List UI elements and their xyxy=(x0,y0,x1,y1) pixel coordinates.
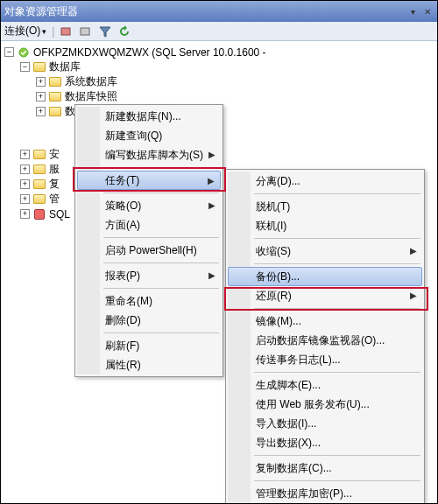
sysdb-label: 系统数据库 xyxy=(65,74,117,89)
expander-plus-icon[interactable]: + xyxy=(36,107,46,116)
toolbar-icon-2[interactable] xyxy=(79,24,93,38)
menu-separator xyxy=(103,332,219,333)
menu-import-data[interactable]: 导入数据(I)... xyxy=(228,414,422,433)
menu-properties[interactable]: 属性(R) xyxy=(77,355,221,374)
submenu-arrow-icon: ▶ xyxy=(208,270,215,280)
menu-separator xyxy=(254,263,420,264)
chevron-down-icon: ▾ xyxy=(42,27,46,36)
expander-plus-icon[interactable]: + xyxy=(20,194,30,204)
tree-server-node[interactable]: − OFKPZMKDXWQMZWX (SQL Server 10.0.1600 … xyxy=(4,45,437,60)
server-icon xyxy=(17,46,31,59)
folder-icon xyxy=(48,76,62,88)
svg-rect-1 xyxy=(81,28,89,35)
databases-label: 数据库 xyxy=(49,60,81,74)
svg-rect-0 xyxy=(61,28,70,35)
folder-icon xyxy=(32,178,46,191)
toolbar-separator: | xyxy=(52,25,54,38)
menu-separator xyxy=(103,167,219,168)
panel-title: 对象资源管理器 xyxy=(4,4,78,19)
menu-tasks[interactable]: 任务(T)▶ xyxy=(77,171,221,190)
menu-backup[interactable]: 备份(B)... xyxy=(228,267,422,286)
expander-plus-icon[interactable]: + xyxy=(36,92,46,102)
expander-plus-icon[interactable]: + xyxy=(20,179,30,189)
snapshot-label: 数据库快照 xyxy=(65,89,117,104)
sqlagent-label: SQL xyxy=(49,208,70,220)
server-label: OFKPZMKDXWQMZWX (SQL Server 10.0.1600 - xyxy=(33,46,266,59)
menu-new-query[interactable]: 新建查询(Q) xyxy=(77,126,221,145)
menu-mirror[interactable]: 镜像(M)... xyxy=(228,312,422,331)
menu-detach[interactable]: 分离(D)... xyxy=(228,172,422,191)
menu-new-database[interactable]: 新建数据库(N)... xyxy=(77,107,221,126)
menu-generate-scripts[interactable]: 生成脚本(E)... xyxy=(228,375,422,395)
connect-button[interactable]: 连接(O) ▾ xyxy=(4,24,46,38)
menu-copy-database[interactable]: 复制数据库(C)... xyxy=(228,458,422,478)
submenu-arrow-icon: ▶ xyxy=(208,150,215,159)
folder-icon xyxy=(32,149,46,161)
menu-separator xyxy=(254,372,420,373)
menu-web-publish[interactable]: 使用 Web 服务发布(U)... xyxy=(228,395,422,414)
menu-restore[interactable]: 还原(R)▶ xyxy=(228,286,422,305)
replication-label: 复 xyxy=(49,177,60,192)
expander-plus-icon[interactable]: + xyxy=(20,150,30,159)
context-menu-tasks: 分离(D)... 脱机(T) 联机(I) 收缩(S)▶ 备份(B)... 还原(… xyxy=(225,169,425,504)
menu-separator xyxy=(103,288,219,289)
expander-plus-icon[interactable]: + xyxy=(20,164,30,174)
sqlagent-icon xyxy=(32,208,46,220)
server-objects-label: 服 xyxy=(49,162,60,177)
menu-log-shipping[interactable]: 传送事务日志(L)... xyxy=(228,350,422,369)
refresh-icon[interactable] xyxy=(117,24,131,38)
security-label: 安 xyxy=(49,147,60,162)
folder-icon xyxy=(32,193,46,206)
menu-offline[interactable]: 脱机(T) xyxy=(228,197,422,216)
toolbar-icon-1[interactable] xyxy=(60,24,74,38)
menu-shrink[interactable]: 收缩(S)▶ xyxy=(228,242,422,261)
submenu-arrow-icon: ▶ xyxy=(410,246,417,256)
expander-plus-icon[interactable]: + xyxy=(20,209,30,219)
menu-separator xyxy=(103,237,219,238)
filter-icon[interactable] xyxy=(98,24,112,38)
submenu-arrow-icon: ▶ xyxy=(410,290,417,300)
menu-script-database[interactable]: 编写数据库脚本为(S)▶ xyxy=(77,145,221,164)
menu-separator xyxy=(254,480,420,481)
menu-separator xyxy=(103,262,219,263)
management-label: 管 xyxy=(49,192,60,206)
menu-separator xyxy=(254,455,420,456)
tree-snapshot-node[interactable]: + 数据库快照 xyxy=(4,89,437,104)
menu-separator xyxy=(254,193,420,194)
connect-label: 连接(O) xyxy=(4,24,40,38)
close-icon[interactable]: ✕ xyxy=(421,5,434,18)
expander-minus-icon[interactable]: − xyxy=(20,62,30,72)
menu-separator xyxy=(103,192,219,193)
expander-minus-icon[interactable]: − xyxy=(4,47,14,57)
menu-export-data[interactable]: 导出数据(X)... xyxy=(228,433,422,452)
menu-policies[interactable]: 策略(O)▶ xyxy=(77,196,221,215)
menu-separator xyxy=(254,308,420,309)
expander-plus-icon[interactable]: + xyxy=(36,77,46,87)
menu-facets[interactable]: 方面(A) xyxy=(77,215,221,234)
menu-reports[interactable]: 报表(P)▶ xyxy=(77,266,221,285)
tree-sysdb-node[interactable]: + 系统数据库 xyxy=(4,74,437,89)
menu-separator xyxy=(254,238,420,239)
menu-refresh[interactable]: 刷新(F) xyxy=(77,336,221,355)
context-menu-database: 新建数据库(N)... 新建查询(Q) 编写数据库脚本为(S)▶ 任务(T)▶ … xyxy=(74,104,223,377)
menu-powershell[interactable]: 启动 PowerShell(H) xyxy=(77,241,221,260)
menu-manage-encryption[interactable]: 管理数据库加密(P)... xyxy=(228,484,422,503)
folder-icon xyxy=(32,164,46,176)
menu-delete[interactable]: 删除(D) xyxy=(77,311,221,330)
folder-icon xyxy=(48,91,62,103)
menu-online[interactable]: 联机(I) xyxy=(228,216,422,235)
menu-rename[interactable]: 重命名(M) xyxy=(77,291,221,311)
folder-icon xyxy=(32,61,46,74)
toolbar: 连接(O) ▾ | xyxy=(1,22,437,41)
database-icon xyxy=(48,106,62,118)
dropdown-icon[interactable]: ▾ xyxy=(406,5,419,18)
tree-databases-node[interactable]: − 数据库 xyxy=(4,60,437,74)
panel-titlebar: 对象资源管理器 ▾ ✕ xyxy=(1,1,437,22)
submenu-arrow-icon: ▶ xyxy=(208,200,215,210)
menu-mirror-monitor[interactable]: 启动数据库镜像监视器(O)... xyxy=(228,331,422,350)
submenu-arrow-icon: ▶ xyxy=(208,176,215,186)
